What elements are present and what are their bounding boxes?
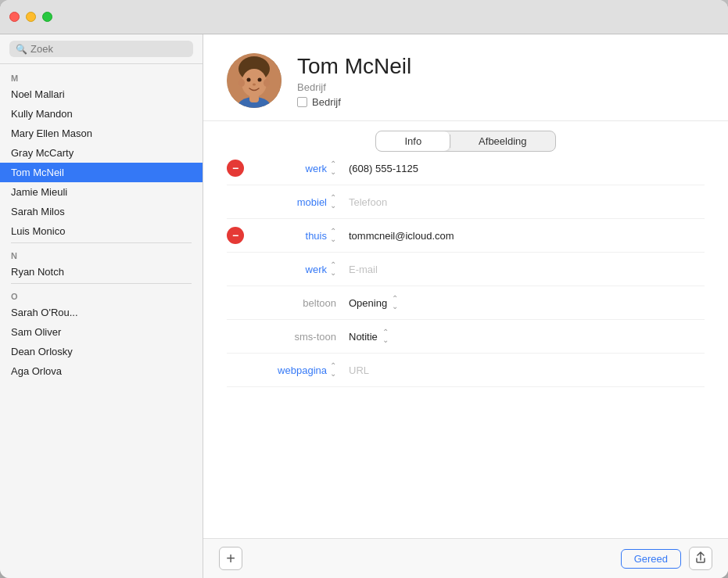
field-label: beltoon: [303, 297, 336, 309]
contact-item[interactable]: Gray McCarty: [0, 143, 203, 163]
field-row-email-thuis: − thuis ⌃ ⌄ tommcneil@icloud.com: [227, 219, 705, 253]
svg-point-2: [242, 69, 267, 97]
contact-item[interactable]: Aga Orlova: [0, 361, 203, 381]
contact-item[interactable]: Sarah Milos: [0, 202, 203, 221]
field-label-area: webpagina ⌃ ⌄: [250, 362, 336, 378]
contact-full-name: Tom McNeil: [297, 53, 411, 80]
contact-company-label: Bedrijf: [297, 81, 411, 93]
field-stepper[interactable]: ⌃ ⌄: [330, 261, 336, 277]
section-header-o: O: [0, 285, 203, 303]
tab-info[interactable]: Info: [376, 131, 450, 151]
field-label-area: werk ⌃ ⌄: [250, 160, 336, 176]
value-stepper[interactable]: ⌃ ⌄: [382, 328, 389, 344]
contact-item[interactable]: Luis Monico: [0, 221, 203, 241]
contact-item-mary-ellen-mason[interactable]: Mary Ellen Mason: [0, 124, 203, 143]
svg-point-5: [247, 78, 251, 82]
company-checkbox-row: Bedrijf: [297, 96, 411, 108]
sidebar: 🔍 M Noel Mallari Kully Mandon Mary Ellen…: [0, 34, 203, 578]
maximize-button[interactable]: [42, 12, 52, 22]
remove-button[interactable]: −: [227, 227, 244, 244]
svg-point-4: [264, 79, 270, 87]
field-label[interactable]: webpagina: [278, 364, 327, 376]
field-value-email-werk[interactable]: E-mail: [349, 264, 705, 275]
remove-button[interactable]: −: [227, 160, 244, 177]
svg-rect-9: [249, 95, 259, 102]
contact-item[interactable]: Sam Oliver: [0, 322, 203, 342]
field-label-area: beltoon: [250, 297, 336, 309]
svg-point-7: [253, 84, 256, 86]
tab-afbeelding[interactable]: Afbeelding: [450, 131, 554, 151]
search-icon: 🔍: [16, 44, 27, 55]
avatar: [227, 53, 282, 108]
close-button[interactable]: [9, 12, 20, 22]
field-row-smstoon: − sms-toon Notitie ⌃ ⌄: [227, 320, 705, 354]
search-input-wrap[interactable]: 🔍: [9, 41, 193, 57]
field-label[interactable]: werk: [306, 163, 327, 174]
field-label[interactable]: werk: [306, 264, 327, 275]
section-header-m: M: [0, 67, 203, 84]
share-icon: [694, 551, 707, 566]
value-stepper[interactable]: ⌃ ⌄: [392, 295, 398, 311]
search-input[interactable]: [30, 43, 187, 55]
fields-area: − werk ⌃ ⌄ (608) 555-1125 − mobiel: [203, 152, 728, 538]
field-label[interactable]: mobiel: [297, 196, 327, 208]
contact-item[interactable]: Sarah O'Rou...: [0, 303, 203, 322]
gereed-button[interactable]: Gereed: [621, 549, 681, 569]
section-header-n: N: [0, 245, 203, 262]
contact-item[interactable]: Kully Mandon: [0, 104, 203, 124]
field-label-area: mobiel ⌃ ⌄: [250, 194, 336, 210]
detail-header: Tom McNeil Bedrijf Bedrijf: [203, 34, 728, 121]
traffic-lights: [9, 12, 52, 22]
field-row-email-werk: − werk ⌃ ⌄ E-mail: [227, 253, 705, 286]
field-value-webpagina[interactable]: URL: [349, 364, 705, 376]
share-button[interactable]: [689, 547, 712, 570]
contact-item[interactable]: Jamie Mieuli: [0, 182, 203, 202]
field-stepper[interactable]: ⌃ ⌄: [330, 228, 336, 243]
field-stepper[interactable]: ⌃ ⌄: [330, 362, 336, 378]
field-value-email-thuis[interactable]: tommcneil@icloud.com: [349, 230, 705, 242]
app-window: 🔍 M Noel Mallari Kully Mandon Mary Ellen…: [0, 0, 728, 578]
field-stepper[interactable]: ⌃ ⌄: [330, 160, 336, 176]
divider: [11, 283, 192, 284]
detail-panel: Tom McNeil Bedrijf Bedrijf Info Afbeeldi…: [203, 34, 728, 578]
field-row-phone-mobiel: − mobiel ⌃ ⌄ Telefoon: [227, 185, 705, 219]
field-row-phone-werk: − werk ⌃ ⌄ (608) 555-1125: [227, 152, 705, 185]
add-field-button[interactable]: +: [219, 547, 242, 570]
field-label-area: sms-toon: [250, 331, 336, 343]
field-row-webpagina: − webpagina ⌃ ⌄ URL: [227, 354, 705, 387]
contact-item[interactable]: Dean Orlosky: [0, 342, 203, 361]
field-value-phone-mobiel[interactable]: Telefoon: [349, 196, 705, 208]
field-value-beltoon[interactable]: Opening ⌃ ⌄: [349, 295, 705, 311]
field-row-beltoon: − beltoon Opening ⌃ ⌄: [227, 286, 705, 320]
field-label-area: werk ⌃ ⌄: [250, 261, 336, 277]
svg-point-6: [258, 78, 262, 82]
svg-point-3: [238, 79, 245, 87]
tab-group: Info Afbeelding: [375, 131, 555, 152]
tabs-row: Info Afbeelding: [203, 121, 728, 152]
field-stepper[interactable]: ⌃ ⌄: [330, 194, 336, 210]
field-value-phone-werk[interactable]: (608) 555-1125: [349, 163, 705, 174]
field-value-smstoon[interactable]: Notitie ⌃ ⌄: [349, 328, 705, 344]
main-content: 🔍 M Noel Mallari Kully Mandon Mary Ellen…: [0, 34, 728, 578]
field-label[interactable]: thuis: [306, 230, 327, 242]
contact-item[interactable]: Noel Mallari: [0, 84, 203, 104]
titlebar: [0, 0, 728, 34]
field-label-area: thuis ⌃ ⌄: [250, 228, 336, 243]
company-checkbox[interactable]: [297, 97, 307, 107]
divider: [11, 242, 192, 243]
contact-item-ryan-notch[interactable]: Ryan Notch: [0, 262, 203, 282]
field-label: sms-toon: [295, 331, 336, 343]
search-bar: 🔍: [0, 34, 203, 64]
bottom-right: Gereed: [621, 547, 712, 570]
company-checkbox-label: Bedrijf: [312, 96, 341, 108]
minimize-button[interactable]: [26, 12, 36, 22]
contact-name-area: Tom McNeil Bedrijf Bedrijf: [297, 53, 411, 108]
contact-list: M Noel Mallari Kully Mandon Mary Ellen M…: [0, 64, 203, 578]
contact-item-tom-mcneil[interactable]: Tom McNeil: [0, 163, 203, 182]
bottom-bar: + Gereed: [203, 538, 728, 578]
